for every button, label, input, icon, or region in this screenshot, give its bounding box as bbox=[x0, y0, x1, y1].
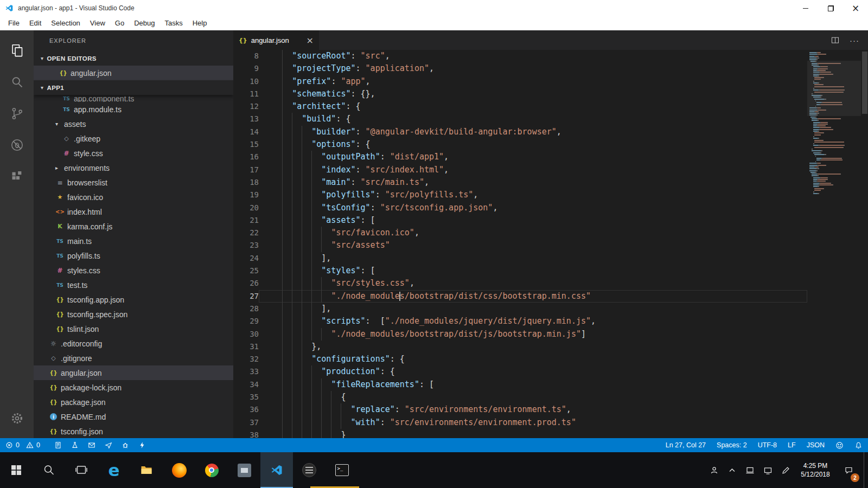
file-style.css[interactable]: #style.css bbox=[34, 146, 233, 160]
editor-scrollbar[interactable] bbox=[862, 52, 867, 114]
file-app.component.ts[interactable]: TSapp.component.ts bbox=[34, 95, 233, 102]
task-view-icon[interactable] bbox=[65, 452, 98, 488]
file-app.module.ts[interactable]: TSapp.module.ts bbox=[34, 102, 233, 117]
code-line-27[interactable]: 27 "./node_modules/bootstrap/dist/css/bo… bbox=[233, 290, 807, 303]
split-editor-icon[interactable] bbox=[831, 36, 840, 45]
menu-file[interactable]: File bbox=[3, 16, 24, 30]
code-line-31[interactable]: 31 }, bbox=[233, 341, 807, 353]
code-lines[interactable]: 8 "sourceRoot": "src",9 "projectType": "… bbox=[233, 50, 807, 438]
search-icon[interactable] bbox=[0, 66, 34, 98]
file-readme.md[interactable]: iREADME.md bbox=[34, 409, 233, 424]
menu-debug[interactable]: Debug bbox=[129, 16, 159, 30]
code-line-14[interactable]: 14 "builder": "@angular-devkit/build-ang… bbox=[233, 126, 807, 138]
file-.gitignore[interactable]: ◇.gitignore bbox=[34, 351, 233, 365]
menu-selection[interactable]: Selection bbox=[46, 16, 85, 30]
file-package.json[interactable]: {}package.json bbox=[34, 395, 233, 409]
code-line-28[interactable]: 28 ], bbox=[233, 303, 807, 315]
code-line-19[interactable]: 19 "polyfills": "src/polyfills.ts", bbox=[233, 189, 807, 201]
file-karma.conf.js[interactable]: Kkarma.conf.js bbox=[34, 219, 233, 234]
close-tab-icon[interactable]: × bbox=[307, 35, 314, 46]
code-line-24[interactable]: 24 ], bbox=[233, 252, 807, 265]
code-line-8[interactable]: 8 "sourceRoot": "src", bbox=[233, 50, 807, 62]
status-lf[interactable]: LF bbox=[788, 441, 796, 449]
code-line-11[interactable]: 11 "schematics": {}, bbox=[233, 88, 807, 100]
file-browserslist[interactable]: ≡browserslist bbox=[34, 175, 233, 190]
feedback-smiley-icon[interactable] bbox=[835, 441, 844, 450]
menu-view[interactable]: View bbox=[85, 16, 110, 30]
status-ln[interactable]: Ln 27, Col 27 bbox=[666, 441, 706, 449]
app-tile-icon[interactable] bbox=[228, 452, 260, 488]
extensions-icon[interactable] bbox=[0, 160, 34, 192]
code-line-10[interactable]: 10 "prefix": "app", bbox=[233, 75, 807, 88]
network-icon[interactable] bbox=[759, 452, 777, 488]
debug-icon[interactable] bbox=[0, 129, 34, 160]
more-actions-icon[interactable]: ··· bbox=[850, 36, 859, 45]
file-angular.json[interactable]: {}angular.json bbox=[34, 66, 233, 80]
file-main.ts[interactable]: TSmain.ts bbox=[34, 234, 233, 248]
taskbar-clock[interactable]: 4:25 PM 5/12/2018 bbox=[795, 461, 836, 479]
menu-go[interactable]: Go bbox=[110, 16, 129, 30]
file-polyfills.ts[interactable]: TSpolyfills.ts bbox=[34, 248, 233, 263]
file-tsconfig.json[interactable]: {}tsconfig.json bbox=[34, 424, 233, 438]
status-plane-icon[interactable] bbox=[105, 441, 112, 449]
start-button[interactable] bbox=[0, 452, 33, 488]
taskbar-search-icon[interactable] bbox=[33, 452, 65, 488]
file-index.html[interactable]: <>index.html bbox=[34, 204, 233, 219]
file-tsconfig.spec.json[interactable]: {}tsconfig.spec.json bbox=[34, 307, 233, 322]
pen-icon[interactable] bbox=[777, 452, 795, 488]
firefox-icon[interactable] bbox=[163, 452, 195, 488]
status-zap-icon[interactable] bbox=[138, 441, 146, 449]
status-utf-8[interactable]: UTF-8 bbox=[758, 441, 777, 449]
problems-indicator[interactable]: 0 0 bbox=[5, 441, 146, 449]
code-line-21[interactable]: 21 "assets": [ bbox=[233, 214, 807, 227]
code-line-12[interactable]: 12 "architect": { bbox=[233, 100, 807, 113]
code-line-16[interactable]: 16 "outputPath": "dist/app1", bbox=[233, 151, 807, 163]
code-line-29[interactable]: 29 "scripts": ["./node_modules/jquery/di… bbox=[233, 315, 807, 328]
vscode-taskbar-icon[interactable] bbox=[260, 452, 293, 488]
minimap-slider[interactable] bbox=[807, 61, 861, 116]
chrome-icon[interactable] bbox=[195, 452, 228, 488]
status-mail-icon[interactable] bbox=[88, 441, 95, 449]
code-line-38[interactable]: 38 } bbox=[233, 429, 807, 438]
code-line-36[interactable]: 36 "replace": "src/environments/environm… bbox=[233, 403, 807, 416]
file-.editorconfig[interactable]: ☼.editorconfig bbox=[34, 336, 233, 351]
battery-icon[interactable] bbox=[741, 452, 759, 488]
file-styles.css[interactable]: #styles.css bbox=[34, 263, 233, 278]
code-line-30[interactable]: 30 "./node_modules/bootstrap/dist/js/boo… bbox=[233, 328, 807, 341]
code-line-15[interactable]: 15 "options": { bbox=[233, 138, 807, 151]
code-line-9[interactable]: 9 "projectType": "application", bbox=[233, 62, 807, 75]
minimap[interactable] bbox=[807, 50, 861, 438]
code-line-13[interactable]: 13 "build": { bbox=[233, 113, 807, 125]
settings-gear-icon[interactable] bbox=[0, 402, 34, 434]
file-explorer-icon[interactable] bbox=[130, 452, 163, 488]
code-line-25[interactable]: 25 "styles": [ bbox=[233, 265, 807, 277]
file-favicon.ico[interactable]: ★favicon.ico bbox=[34, 190, 233, 204]
code-line-37[interactable]: 37 "with": "src/environments/environment… bbox=[233, 416, 807, 429]
file-angular.json[interactable]: {}angular.json bbox=[34, 365, 233, 380]
folder-environments[interactable]: ▸environments bbox=[34, 160, 233, 175]
folder-assets[interactable]: ▾assets bbox=[34, 117, 233, 131]
status-json[interactable]: JSON bbox=[807, 441, 825, 449]
file-tslint.json[interactable]: {}tslint.json bbox=[34, 322, 233, 336]
code-line-20[interactable]: 20 "tsConfig": "src/tsconfig.app.json", bbox=[233, 202, 807, 214]
tray-chevron-up-icon[interactable] bbox=[723, 452, 741, 488]
restore-button[interactable] bbox=[818, 0, 843, 16]
action-center-icon[interactable]: 2 bbox=[836, 452, 861, 488]
code-line-23[interactable]: 23 "src/assets" bbox=[233, 239, 807, 252]
close-button[interactable]: × bbox=[843, 0, 868, 16]
code-line-32[interactable]: 32 "configurations": { bbox=[233, 353, 807, 365]
menu-help[interactable]: Help bbox=[188, 16, 212, 30]
project-header[interactable]: ▾ APP1 bbox=[34, 80, 233, 95]
file-tsconfig.app.json[interactable]: {}tsconfig.app.json bbox=[34, 292, 233, 307]
code-line-35[interactable]: 35 { bbox=[233, 391, 807, 403]
file-test.ts[interactable]: TStest.ts bbox=[34, 278, 233, 292]
people-icon[interactable] bbox=[705, 452, 723, 488]
code-line-34[interactable]: 34 "fileReplacements": [ bbox=[233, 378, 807, 391]
explorer-icon[interactable] bbox=[0, 35, 34, 66]
edge-icon[interactable]: e bbox=[98, 452, 130, 488]
minimize-button[interactable] bbox=[793, 0, 818, 16]
code-line-26[interactable]: 26 "src/styles.css", bbox=[233, 277, 807, 290]
status-beaker-icon[interactable] bbox=[71, 441, 79, 449]
status-bug-icon[interactable] bbox=[122, 441, 129, 449]
notifications-bell-icon[interactable] bbox=[854, 441, 863, 450]
